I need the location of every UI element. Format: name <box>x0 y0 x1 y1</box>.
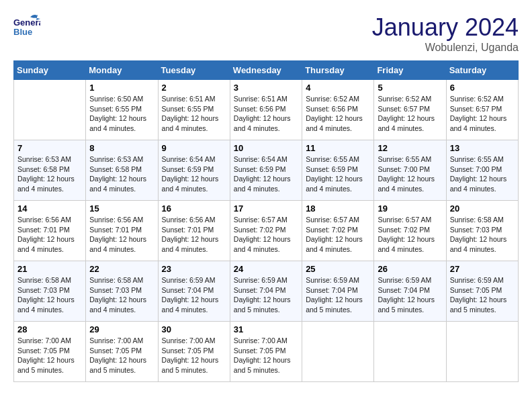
calendar-day-cell: 16Sunrise: 6:56 AM Sunset: 7:01 PM Dayli… <box>158 201 230 261</box>
day-info: Sunrise: 6:55 AM Sunset: 6:59 PM Dayligh… <box>306 154 370 194</box>
day-number: 25 <box>306 264 370 274</box>
calendar-day-cell: 5Sunrise: 6:52 AM Sunset: 6:57 PM Daylig… <box>374 80 446 140</box>
month-title: January 2024 <box>372 13 519 42</box>
calendar-day-cell: 25Sunrise: 6:59 AM Sunset: 7:04 PM Dayli… <box>302 261 374 322</box>
calendar-day-cell: 26Sunrise: 6:59 AM Sunset: 7:04 PM Dayli… <box>374 261 446 322</box>
calendar-day-cell: 21Sunrise: 6:58 AM Sunset: 7:03 PM Dayli… <box>14 261 86 322</box>
day-info: Sunrise: 7:00 AM Sunset: 7:05 PM Dayligh… <box>234 336 298 375</box>
day-number: 28 <box>17 324 82 334</box>
calendar-day-cell <box>446 322 518 382</box>
day-info: Sunrise: 6:50 AM Sunset: 6:55 PM Dayligh… <box>89 94 154 134</box>
calendar-day-cell: 29Sunrise: 7:00 AM Sunset: 7:05 PM Dayli… <box>86 322 158 382</box>
calendar-day-cell: 28Sunrise: 7:00 AM Sunset: 7:05 PM Dayli… <box>14 322 86 382</box>
day-info: Sunrise: 6:57 AM Sunset: 7:02 PM Dayligh… <box>306 215 370 255</box>
day-number: 12 <box>378 143 442 153</box>
day-number: 2 <box>162 83 226 93</box>
calendar-header-row: SundayMondayTuesdayWednesdayThursdayFrid… <box>14 61 519 80</box>
day-info: Sunrise: 6:54 AM Sunset: 6:59 PM Dayligh… <box>234 154 298 194</box>
day-info: Sunrise: 6:55 AM Sunset: 7:00 PM Dayligh… <box>378 154 442 194</box>
page-header: General Blue January 2024 Wobulenzi, Uga… <box>13 13 519 54</box>
day-of-week-header: Saturday <box>446 61 518 80</box>
calendar-day-cell: 8Sunrise: 6:53 AM Sunset: 6:58 PM Daylig… <box>86 140 158 201</box>
day-info: Sunrise: 6:53 AM Sunset: 6:58 PM Dayligh… <box>89 154 154 194</box>
day-info: Sunrise: 6:57 AM Sunset: 7:02 PM Dayligh… <box>378 215 442 255</box>
calendar-day-cell: 15Sunrise: 6:56 AM Sunset: 7:01 PM Dayli… <box>86 201 158 261</box>
day-info: Sunrise: 6:52 AM Sunset: 6:57 PM Dayligh… <box>450 94 515 134</box>
day-of-week-header: Monday <box>86 61 158 80</box>
day-info: Sunrise: 6:53 AM Sunset: 6:58 PM Dayligh… <box>17 154 82 194</box>
calendar-day-cell: 13Sunrise: 6:55 AM Sunset: 7:00 PM Dayli… <box>446 140 518 201</box>
calendar-week-row: 28Sunrise: 7:00 AM Sunset: 7:05 PM Dayli… <box>14 322 519 382</box>
day-info: Sunrise: 6:58 AM Sunset: 7:03 PM Dayligh… <box>17 275 82 315</box>
calendar-day-cell: 9Sunrise: 6:54 AM Sunset: 6:59 PM Daylig… <box>158 140 230 201</box>
calendar-week-row: 14Sunrise: 6:56 AM Sunset: 7:01 PM Dayli… <box>14 201 519 261</box>
day-number: 5 <box>378 83 442 93</box>
day-info: Sunrise: 7:00 AM Sunset: 7:05 PM Dayligh… <box>162 336 226 375</box>
day-number: 3 <box>234 83 298 93</box>
day-info: Sunrise: 6:57 AM Sunset: 7:02 PM Dayligh… <box>234 215 298 255</box>
logo: General Blue <box>13 13 40 43</box>
day-of-week-header: Thursday <box>302 61 374 80</box>
calendar-day-cell: 18Sunrise: 6:57 AM Sunset: 7:02 PM Dayli… <box>302 201 374 261</box>
day-number: 10 <box>234 143 298 153</box>
day-number: 21 <box>17 264 82 274</box>
day-number: 17 <box>234 203 298 214</box>
day-of-week-header: Friday <box>374 61 446 80</box>
day-number: 19 <box>378 203 442 214</box>
day-of-week-header: Wednesday <box>230 61 302 80</box>
day-info: Sunrise: 6:52 AM Sunset: 6:57 PM Dayligh… <box>378 94 442 134</box>
day-number: 15 <box>89 203 154 214</box>
calendar-day-cell: 27Sunrise: 6:59 AM Sunset: 7:05 PM Dayli… <box>446 261 518 322</box>
calendar-week-row: 21Sunrise: 6:58 AM Sunset: 7:03 PM Dayli… <box>14 261 519 322</box>
day-info: Sunrise: 6:56 AM Sunset: 7:01 PM Dayligh… <box>162 215 226 255</box>
calendar-day-cell: 6Sunrise: 6:52 AM Sunset: 6:57 PM Daylig… <box>446 80 518 140</box>
day-info: Sunrise: 6:55 AM Sunset: 7:00 PM Dayligh… <box>450 154 515 194</box>
calendar-day-cell: 24Sunrise: 6:59 AM Sunset: 7:04 PM Dayli… <box>230 261 302 322</box>
day-info: Sunrise: 6:59 AM Sunset: 7:05 PM Dayligh… <box>450 275 515 315</box>
calendar-day-cell: 10Sunrise: 6:54 AM Sunset: 6:59 PM Dayli… <box>230 140 302 201</box>
day-number: 22 <box>89 264 154 274</box>
calendar-day-cell: 2Sunrise: 6:51 AM Sunset: 6:55 PM Daylig… <box>158 80 230 140</box>
calendar-week-row: 7Sunrise: 6:53 AM Sunset: 6:58 PM Daylig… <box>14 140 519 201</box>
day-of-week-header: Sunday <box>14 61 86 80</box>
calendar-day-cell: 4Sunrise: 6:52 AM Sunset: 6:56 PM Daylig… <box>302 80 374 140</box>
day-number: 4 <box>306 83 370 93</box>
day-of-week-header: Tuesday <box>158 61 230 80</box>
calendar-day-cell: 12Sunrise: 6:55 AM Sunset: 7:00 PM Dayli… <box>374 140 446 201</box>
day-number: 30 <box>162 324 226 334</box>
day-info: Sunrise: 7:00 AM Sunset: 7:05 PM Dayligh… <box>17 336 82 375</box>
calendar-day-cell: 23Sunrise: 6:59 AM Sunset: 7:04 PM Dayli… <box>158 261 230 322</box>
day-info: Sunrise: 6:59 AM Sunset: 7:04 PM Dayligh… <box>378 275 442 315</box>
day-info: Sunrise: 6:52 AM Sunset: 6:56 PM Dayligh… <box>306 94 370 134</box>
calendar-day-cell: 1Sunrise: 6:50 AM Sunset: 6:55 PM Daylig… <box>86 80 158 140</box>
day-number: 14 <box>17 203 82 214</box>
calendar-day-cell <box>14 80 86 140</box>
location: Wobulenzi, Uganda <box>372 42 519 54</box>
day-info: Sunrise: 6:58 AM Sunset: 7:03 PM Dayligh… <box>450 215 515 255</box>
day-info: Sunrise: 6:54 AM Sunset: 6:59 PM Dayligh… <box>162 154 226 194</box>
logo-icon: General Blue <box>13 13 40 40</box>
calendar-day-cell <box>302 322 374 382</box>
day-number: 8 <box>89 143 154 153</box>
day-number: 20 <box>450 203 515 214</box>
calendar-day-cell: 17Sunrise: 6:57 AM Sunset: 7:02 PM Dayli… <box>230 201 302 261</box>
calendar-week-row: 1Sunrise: 6:50 AM Sunset: 6:55 PM Daylig… <box>14 80 519 140</box>
calendar-day-cell: 22Sunrise: 6:58 AM Sunset: 7:03 PM Dayli… <box>86 261 158 322</box>
day-info: Sunrise: 6:51 AM Sunset: 6:55 PM Dayligh… <box>162 94 226 134</box>
day-number: 24 <box>234 264 298 274</box>
day-number: 9 <box>162 143 226 153</box>
day-number: 23 <box>162 264 226 274</box>
calendar-day-cell: 14Sunrise: 6:56 AM Sunset: 7:01 PM Dayli… <box>14 201 86 261</box>
calendar-day-cell: 31Sunrise: 7:00 AM Sunset: 7:05 PM Dayli… <box>230 322 302 382</box>
day-info: Sunrise: 6:56 AM Sunset: 7:01 PM Dayligh… <box>17 215 82 255</box>
svg-text:General: General <box>13 17 40 28</box>
svg-text:Blue: Blue <box>13 27 32 37</box>
day-info: Sunrise: 6:59 AM Sunset: 7:04 PM Dayligh… <box>162 275 226 315</box>
day-number: 29 <box>89 324 154 334</box>
day-number: 6 <box>450 83 515 93</box>
day-number: 31 <box>234 324 298 334</box>
calendar-day-cell: 30Sunrise: 7:00 AM Sunset: 7:05 PM Dayli… <box>158 322 230 382</box>
day-number: 26 <box>378 264 442 274</box>
day-number: 11 <box>306 143 370 153</box>
title-block: January 2024 Wobulenzi, Uganda <box>372 13 519 54</box>
